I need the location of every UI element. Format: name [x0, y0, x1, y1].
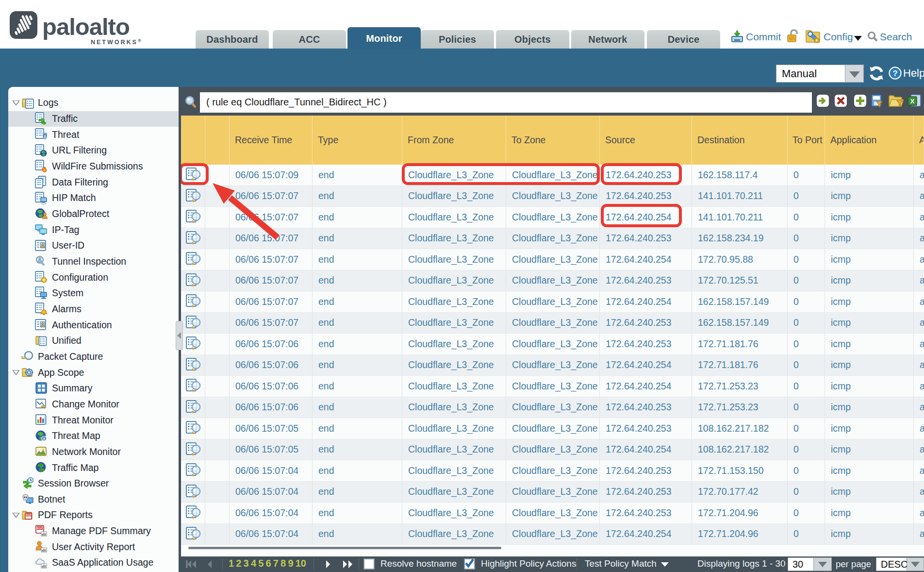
svg-text:x: x	[43, 437, 45, 441]
svg-text:X: X	[910, 98, 915, 105]
svg-text:PDF: PDF	[26, 513, 32, 516]
svg-text:?: ?	[892, 69, 897, 78]
svg-text:PDF: PDF	[37, 527, 43, 530]
